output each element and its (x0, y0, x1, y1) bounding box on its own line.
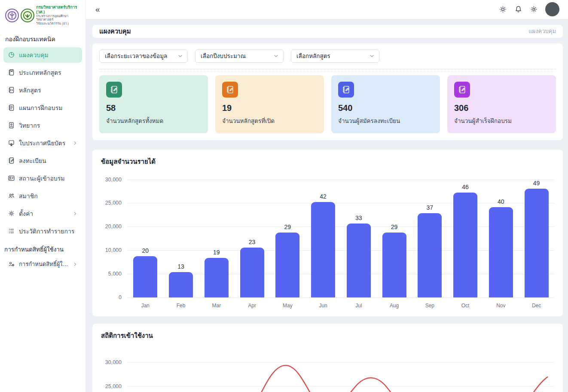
line-chart-y-axis: 30,00025,000 (101, 355, 128, 392)
x-axis-label: Sep (412, 303, 448, 309)
sidebar-item-label: สมาชิก (19, 191, 78, 201)
theme-sun-icon[interactable] (499, 5, 507, 13)
y-axis-tick: 20,000 (105, 224, 122, 230)
app-root: กรมวิทยาศาสตร์บริการ (วศ.) กระทรวงการอุด… (0, 0, 568, 392)
bar-chart-plot: 201319232942332937464049 (128, 180, 554, 297)
stat-card: 306จำนวนผู้สำเร็จฝึกอบรม (447, 75, 556, 133)
sidebar-item-label: ใบประกาศนียบัตร (19, 138, 69, 148)
people-icon (8, 192, 15, 199)
sidebar-collapse-button[interactable]: « (94, 4, 102, 14)
x-axis-label: Oct (448, 303, 483, 309)
sidebar-item-label: การกำหนดสิทธิ์ผู้ใช้งาน (19, 260, 69, 269)
notifications-bell-icon[interactable] (514, 5, 522, 13)
bar[interactable] (453, 193, 477, 297)
x-axis-label: May (270, 303, 305, 309)
sidebar-item[interactable]: แผนการฝึกอบรม (3, 100, 82, 116)
usage-line-svg (128, 355, 554, 392)
x-axis-label: Jul (341, 303, 377, 309)
sidebar-item[interactable]: วิทยากร (3, 118, 82, 133)
certificate-icon (8, 139, 15, 147)
bar[interactable] (240, 248, 264, 297)
settings-gear-icon[interactable] (530, 5, 538, 13)
sidebar-item[interactable]: ใบประกาศนียบัตร (3, 135, 82, 151)
x-axis-label: Dec (519, 303, 554, 309)
bar-value-label: 20 (142, 247, 149, 254)
stat-card: 540จำนวนผู้สมัครลงทะเบียน (331, 75, 440, 133)
stat-card: 19จำนวนหลักสูตรที่เปิด (215, 75, 324, 133)
y-axis-tick: 25,000 (105, 200, 122, 206)
pie-chart-icon (8, 51, 15, 58)
bar[interactable] (347, 224, 371, 297)
stat-value: 19 (222, 103, 317, 113)
bar[interactable] (489, 207, 513, 297)
sidebar-section2-title: การกำหนดสิทธิ์ผู้ใช้งาน (0, 241, 86, 257)
sidebar-item[interactable]: ลงทะเบียน (3, 153, 82, 168)
bar-value-label: 23 (249, 239, 256, 245)
bar[interactable] (133, 256, 157, 297)
sidebar-item[interactable]: หลักสูตร (3, 83, 82, 98)
sidebar-item[interactable]: สถานะผู้เข้าอบรม (3, 171, 82, 186)
bar-value-label: 13 (177, 263, 184, 270)
sidebar-item[interactable]: ประเภทหลักสูตร (3, 65, 82, 80)
sidebar-item[interactable]: ตั้งค่า (3, 206, 82, 221)
x-axis-label: Jan (128, 303, 163, 309)
revenue-chart-card: ข้อมูลจำนวนรายได้ 30,00025,00020,00010,0… (92, 150, 563, 316)
chevron-down-icon (369, 53, 375, 59)
bar[interactable] (418, 213, 442, 297)
y-axis-tick: 30,000 (105, 177, 122, 183)
filter-select-1[interactable]: เลือกปีงบประมาณ (195, 49, 284, 63)
sidebar-item[interactable]: แผงควบคุม (3, 47, 82, 63)
x-axis-label: Mar (199, 303, 235, 309)
sidebar-item[interactable]: ประวัติการทำรายการ (3, 224, 82, 239)
overview-panel: เลือกระยะเวลาของข้อมูลเลือกปีงบประมาณเลื… (92, 43, 563, 140)
org-logo: กรมวิทยาศาสตร์บริการ (วศ.) กระทรวงการอุด… (0, 0, 86, 30)
filter-select-2[interactable]: เลือกหลักสูตร (291, 49, 379, 63)
topbar-icons (499, 2, 559, 16)
person-card-icon (8, 175, 15, 182)
y-axis-tick: 25,000 (105, 383, 122, 389)
sidebar-item-label: แผนการฝึกอบรม (19, 103, 78, 113)
bar[interactable] (525, 189, 549, 297)
person-badge-icon (8, 122, 15, 129)
filter-select-0[interactable]: เลือกระยะเวลาของข้อมูล (99, 49, 188, 63)
y-axis-tick: 10,000 (105, 247, 122, 253)
person-gear-icon (8, 260, 15, 268)
bar-cell: 46 (448, 180, 483, 297)
y-axis-tick: 5,000 (108, 271, 122, 277)
bar[interactable] (275, 233, 299, 297)
filter-placeholder: เลือกปีงบประมาณ (201, 51, 246, 61)
bar-cell: 20 (128, 180, 163, 297)
bar[interactable] (311, 202, 335, 297)
user-avatar[interactable] (545, 2, 559, 16)
filter-placeholder: เลือกระยะเวลาของข้อมูล (105, 51, 167, 61)
revenue-bar-chart: 30,00025,00020,00010,0005,0000 201319232… (101, 180, 554, 297)
bar-chart-x-axis: JanFebMarAprMayJunJulAugSepOctNovDec (128, 303, 554, 309)
usage-line-chart: 30,00025,000 (101, 355, 554, 392)
x-axis-label: Jun (305, 303, 341, 309)
filters-row: เลือกระยะเวลาของข้อมูลเลือกปีงบประมาณเลื… (99, 49, 556, 63)
y-axis-tick: 30,000 (105, 359, 122, 365)
y-axis-tick: 0 (119, 294, 122, 300)
sidebar-item[interactable]: สมาชิก (3, 188, 82, 204)
bar-cell: 40 (483, 180, 519, 297)
bar-value-label: 46 (462, 184, 469, 190)
bar-value-label: 29 (284, 224, 291, 230)
sidebar-item-label: หลักสูตร (19, 86, 78, 95)
journal-bookmark-icon (8, 69, 15, 76)
bar-value-label: 42 (320, 193, 327, 200)
bar-cell: 29 (376, 180, 412, 297)
chevron-right-icon (73, 262, 78, 267)
sidebar-item-label: วิทยากร (19, 121, 78, 130)
bar[interactable] (382, 233, 406, 297)
org-subtitle: กระทรวงการอุดมศึกษา วิทยาศาสตร์ วิจัยและ… (36, 15, 82, 26)
bar-value-label: 19 (213, 249, 220, 256)
org-seal-purple-icon (5, 9, 19, 22)
bar[interactable] (169, 272, 193, 297)
stat-label: จำนวนหลักสูตรที่เปิด (222, 116, 317, 126)
sidebar-item[interactable]: การกำหนดสิทธิ์ผู้ใช้งาน (3, 257, 82, 272)
bars-row: 201319232942332937464049 (128, 180, 554, 297)
sidebar-item-label: ประวัติการทำรายการ (19, 227, 78, 236)
bar-cell: 23 (234, 180, 270, 297)
bar[interactable] (205, 258, 229, 297)
chevron-right-icon (73, 211, 78, 216)
